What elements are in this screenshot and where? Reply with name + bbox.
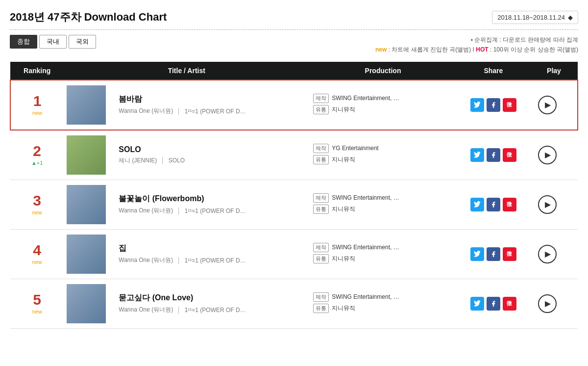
distributor-row: 유통 지니뮤직 (313, 205, 452, 214)
song-title: 불꽃놀이 (Flowerbomb) (119, 194, 299, 204)
play-cell (530, 130, 578, 180)
play-button[interactable] (538, 195, 557, 214)
song-meta: Wanna One (워너원) │ 1¹¹=1 (POWER OF D… (119, 207, 299, 215)
rank-badge: ▲+1 (16, 160, 58, 166)
play-button[interactable] (538, 294, 557, 313)
production-cell: 제작 YG Entertainment 유통 지니뮤직 (309, 130, 456, 180)
producer-value: SWING Entertainment, … (332, 293, 399, 300)
album-name: 1¹¹=1 (POWER OF D… (185, 307, 246, 314)
weibo-share-icon[interactable]: 微 (503, 247, 516, 261)
tabs-legend-row: 종합 국내 국외 ▪ 순위집계 : 다운로드 판매량에 따라 집계 new : … (10, 35, 578, 55)
facebook-share-icon[interactable] (487, 247, 500, 261)
weibo-share-icon[interactable]: 微 (503, 198, 516, 211)
rank-cell: 3 new (10, 180, 64, 229)
weibo-share-icon[interactable]: 微 (503, 148, 516, 162)
album-thumb-cell (64, 80, 109, 130)
producer-value: SWING Entertainment, … (332, 194, 399, 201)
distributor-value: 지니뮤직 (332, 105, 355, 114)
play-cell (530, 80, 578, 130)
distributor-row: 유통 지니뮤직 (313, 155, 452, 164)
rank-number: 4 (16, 243, 58, 258)
share-cell: 微 (457, 80, 530, 130)
table-row: 4 new 집 Wanna One (워너원) │ 1¹¹=1 (POWER O… (10, 229, 578, 279)
category-tabs: 종합 국내 국외 (10, 35, 96, 49)
distributor-value: 지니뮤직 (332, 205, 355, 213)
album-name: 1¹¹=1 (POWER OF D… (185, 108, 246, 115)
artist-name: Wanna One (워너원) (119, 207, 173, 215)
title-cell: 집 Wanna One (워너원) │ 1¹¹=1 (POWER OF D… (109, 229, 309, 279)
facebook-share-icon[interactable] (487, 98, 500, 112)
distributor-label: 유통 (313, 105, 329, 114)
play-cell (530, 229, 578, 279)
artist-name: Wanna One (워너원) (119, 107, 173, 115)
play-button[interactable] (538, 245, 557, 263)
col-play: Play (530, 62, 578, 80)
producer-label: 제작 (313, 243, 329, 252)
tab-domestic[interactable]: 국내 (39, 35, 67, 49)
facebook-share-icon[interactable] (487, 148, 500, 162)
facebook-share-icon[interactable] (487, 297, 500, 311)
song-meta: 제니 (JENNIE) │ SOLO (119, 157, 299, 165)
song-title: 봄바람 (119, 94, 299, 105)
album-name: SOLO (169, 157, 185, 164)
rank-number: 2 (16, 144, 58, 158)
table-row: 1 new 봄바람 Wanna One (워너원) │ 1¹¹=1 (POWER… (10, 80, 578, 130)
share-cell: 微 (457, 279, 530, 328)
col-production: Production (309, 62, 456, 80)
album-thumb-cell (64, 229, 109, 279)
weibo-share-icon[interactable]: 微 (503, 297, 516, 311)
rank-badge: new (16, 309, 58, 314)
rank-cell: 5 new (10, 279, 64, 328)
song-meta: Wanna One (워너원) │ 1¹¹=1 (POWER OF D… (119, 107, 299, 115)
title-cell: 묻고싶다 (One Love) Wanna One (워너원) │ 1¹¹=1 … (109, 279, 309, 328)
song-title: 묻고싶다 (One Love) (119, 293, 299, 303)
share-cell: 微 (457, 180, 530, 229)
col-ranking: Ranking (10, 62, 64, 80)
song-title: SOLO (119, 145, 299, 154)
rank-number: 5 (16, 292, 58, 307)
legend-hot-label: HOT (476, 46, 488, 53)
album-thumb-cell (64, 180, 109, 229)
album-name: 1¹¹=1 (POWER OF D… (185, 257, 246, 264)
twitter-share-icon[interactable] (470, 198, 484, 211)
table-row: 2 ▲+1 SOLO 제니 (JENNIE) │ SOLO 제작 YG Ente… (10, 130, 578, 180)
page-header: 2018년 47주차 Download Chart 2018.11.18~201… (10, 10, 578, 25)
rank-cell: 1 new (10, 80, 64, 130)
col-title-artist: Title / Artist (64, 62, 309, 80)
production-cell: 제작 SWING Entertainment, … 유통 지니뮤직 (309, 180, 456, 229)
play-button[interactable] (538, 96, 557, 114)
producer-row: 제작 SWING Entertainment, … (313, 243, 452, 252)
artist-name: Wanna One (워너원) (119, 306, 173, 314)
producer-row: 제작 YG Entertainment (313, 144, 452, 153)
producer-label: 제작 (313, 94, 329, 103)
share-icons: 微 (461, 247, 526, 261)
producer-value: SWING Entertainment, … (332, 244, 399, 251)
producer-row: 제작 SWING Entertainment, … (313, 193, 452, 203)
share-icons: 微 (461, 297, 526, 311)
distributor-row: 유통 지니뮤직 (313, 304, 452, 313)
table-row: 5 new 묻고싶다 (One Love) Wanna One (워너원) │ … (10, 279, 578, 328)
share-cell: 微 (457, 229, 530, 279)
rank-cell: 4 new (10, 229, 64, 279)
album-name: 1¹¹=1 (POWER OF D… (185, 208, 246, 214)
title-cell: SOLO 제니 (JENNIE) │ SOLO (109, 130, 309, 180)
facebook-share-icon[interactable] (487, 198, 500, 211)
song-title: 집 (119, 243, 299, 254)
production-cell: 제작 SWING Entertainment, … 유통 지니뮤직 (309, 229, 456, 279)
production-cell: 제작 SWING Entertainment, … 유통 지니뮤직 (309, 279, 456, 328)
weibo-share-icon[interactable]: 微 (503, 98, 516, 112)
song-meta: Wanna One (워너원) │ 1¹¹=1 (POWER OF D… (119, 306, 299, 314)
producer-row: 제작 SWING Entertainment, … (313, 292, 452, 302)
play-button[interactable] (538, 146, 557, 164)
twitter-share-icon[interactable] (470, 247, 484, 261)
twitter-share-icon[interactable] (470, 98, 484, 112)
table-row: 3 new 불꽃놀이 (Flowerbomb) Wanna One (워너원) … (10, 180, 578, 229)
twitter-share-icon[interactable] (470, 297, 484, 311)
rank-badge: new (17, 110, 58, 116)
artist-name: Wanna One (워너원) (119, 256, 173, 264)
date-selector[interactable]: 2018.11.18~2018.11.24 ◆ (492, 11, 578, 24)
rank-number: 1 (17, 94, 58, 108)
tab-foreign[interactable]: 국외 (69, 35, 96, 49)
tab-all[interactable]: 종합 (10, 35, 37, 49)
twitter-share-icon[interactable] (470, 148, 484, 162)
